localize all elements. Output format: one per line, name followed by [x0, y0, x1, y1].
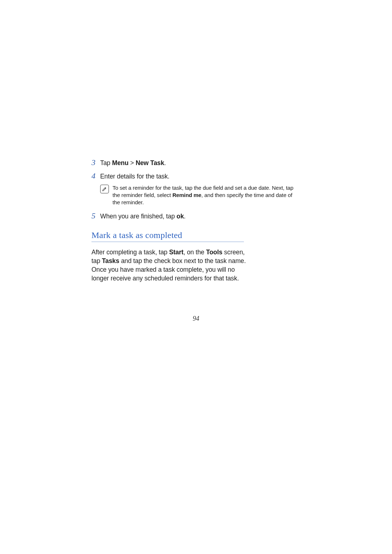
text-fragment: After completing a task, tap [91, 249, 169, 256]
step-5: 5 When you are finished, tap ok. [91, 211, 301, 221]
bold-text: Tasks [102, 257, 119, 264]
step-3: 3 Tap Menu > New Task. [91, 158, 301, 168]
step-text: Tap Menu > New Task. [100, 159, 166, 168]
text-fragment: . [184, 213, 186, 220]
bold-text: Menu [112, 159, 128, 167]
text-fragment: When you are finished, tap [100, 213, 176, 220]
step-text: Enter details for the task. [100, 172, 170, 181]
step-number: 5 [91, 211, 100, 221]
step-text: When you are finished, tap ok. [100, 212, 185, 221]
note-pencil-icon [100, 185, 109, 193]
text-fragment: , on the [183, 249, 206, 256]
text-fragment: > [128, 159, 136, 167]
step-4: 4 Enter details for the task. [91, 171, 301, 181]
step-number: 3 [91, 158, 100, 167]
bold-text: New Task [136, 159, 164, 167]
section-heading: Mark a task as completed [91, 230, 244, 242]
section-paragraph: After completing a task, tap Start, on t… [91, 248, 251, 283]
note-text: To set a reminder for the task, tap the … [113, 184, 301, 206]
section: Mark a task as completed After completin… [91, 230, 301, 283]
text-fragment: . [164, 159, 166, 167]
text-fragment: Tap [100, 159, 112, 167]
bold-text: Remind me [172, 192, 201, 198]
step-number: 4 [91, 171, 100, 181]
document-page: 3 Tap Menu > New Task. 4 Enter details f… [0, 0, 392, 554]
bold-text: Start [169, 249, 183, 256]
page-number: 94 [0, 315, 392, 323]
pencil-svg [102, 186, 107, 192]
note-callout: To set a reminder for the task, tap the … [100, 184, 301, 206]
bold-text: Tools [206, 249, 222, 256]
bold-text: ok [176, 213, 184, 220]
